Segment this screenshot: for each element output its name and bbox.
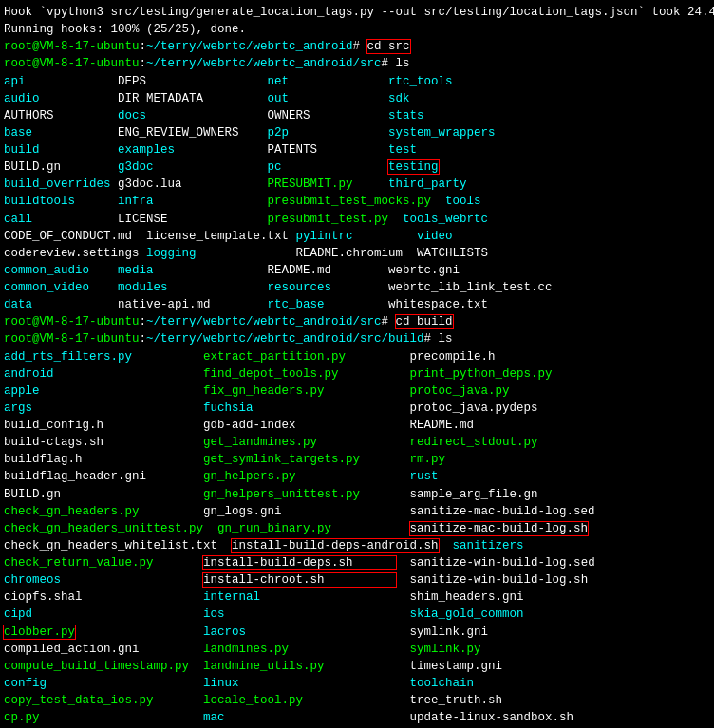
- ls-row-5: build examples PATENTS test: [4, 141, 710, 159]
- build-row-9: BUILD.gn gn_helpers_unittest.py sample_a…: [4, 486, 710, 503]
- ls-row-13: common_video modules resources webrtc_li…: [4, 279, 710, 296]
- ls-row-14: data native-api.md rtc_base whitespace.t…: [4, 296, 710, 313]
- build-row-11: check_gn_headers_unittest.py gn_run_bina…: [4, 520, 710, 537]
- build-row-4: args fuchsia protoc_java.pydeps: [4, 400, 710, 417]
- build-row-19: compute_build_timestamp.py landmine_util…: [4, 658, 710, 675]
- build-row-20: config linux toolchain: [4, 675, 710, 692]
- build-row-8: buildflag_header.gni gn_helpers.py rust: [4, 468, 710, 485]
- build-row-6: build-ctags.sh get_landmines.py redirect…: [4, 434, 710, 451]
- prompt-ls-build: root@VM-8-17-ubuntu:~/terry/webrtc/webrt…: [4, 330, 710, 347]
- build-row-21: copy_test_data_ios.py locale_tool.py tre…: [4, 692, 710, 709]
- hook-line: Hook `vpython3 src/testing/generate_loca…: [4, 4, 710, 21]
- build-row-7: buildflag.h get_symlink_targets.py rm.py: [4, 451, 710, 468]
- build-row-5: build_config.h gdb-add-index README.md: [4, 417, 710, 434]
- build-row-18: compiled_action.gni landmines.py symlink…: [4, 641, 710, 658]
- build-row-3: apple fix_gn_headers.py protoc_java.py: [4, 383, 710, 400]
- terminal-window: Hook `vpython3 src/testing/generate_loca…: [0, 0, 714, 728]
- prompt-ls: root@VM-8-17-ubuntu:~/terry/webrtc/webrt…: [4, 55, 710, 72]
- build-row-16: cipd ios skia_gold_common: [4, 606, 710, 623]
- build-row-14: chromeos install-chroot.sh sanitize-win-…: [4, 571, 710, 588]
- ls-row-4: base ENG_REVIEW_OWNERS p2p system_wrappe…: [4, 124, 710, 141]
- ls-row-2: audio DIR_METADATA out sdk: [4, 90, 710, 107]
- prompt-cd-src: root@VM-8-17-ubuntu:~/terry/webrtc/webrt…: [4, 38, 710, 55]
- build-row-22: cp.py mac update-linux-sandbox.sh: [4, 709, 710, 726]
- build-row-15: ciopfs.shal internal shim_headers.gni: [4, 588, 710, 606]
- build-row-2: android find_depot_tools.py print_python…: [4, 365, 710, 383]
- ls-row-6: BUILD.gn g3doc pc testing: [4, 159, 710, 176]
- ls-row-11: codereview.settings logging README.chrom…: [4, 245, 710, 262]
- build-row-17: clobber.py lacros symlink.gni: [4, 624, 710, 641]
- ls-row-8: buildtools infra presubmit_test_mocks.py…: [4, 193, 710, 210]
- build-row-10: check_gn_headers.py gn_logs.gni sanitize…: [4, 503, 710, 520]
- build-row-1: add_rts_filters.py extract_partition.py …: [4, 348, 710, 365]
- ls-row-7: build_overrides g3doc.lua PRESUBMIT.py t…: [4, 176, 710, 193]
- hooks-done-line: Running hooks: 100% (25/25), done.: [4, 21, 710, 38]
- prompt-cd-build: root@VM-8-17-ubuntu:~/terry/webrtc/webrt…: [4, 313, 710, 330]
- build-row-12: check_gn_headers_whitelist.txt install-b…: [4, 537, 710, 554]
- ls-row-1: api DEPS net rtc_tools: [4, 73, 710, 90]
- build-row-13: check_return_value.py install-build-deps…: [4, 554, 710, 571]
- ls-row-9: call LICENSE presubmit_test.py tools_web…: [4, 211, 710, 228]
- ls-row-3: AUTHORS docs OWNERS stats: [4, 107, 710, 124]
- ls-row-10: CODE_OF_CONDUCT.md license_template.txt …: [4, 228, 710, 245]
- ls-row-12: common_audio media README.md webrtc.gni: [4, 262, 710, 279]
